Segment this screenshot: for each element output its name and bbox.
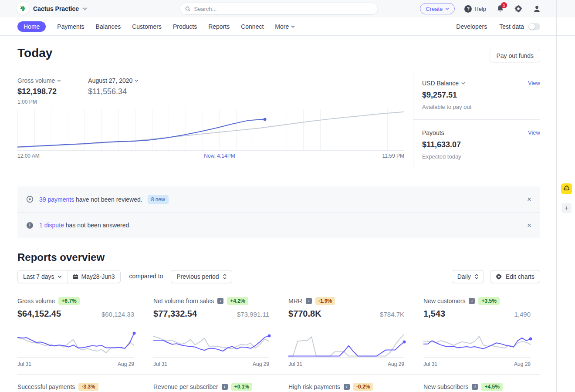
gear-icon bbox=[496, 274, 502, 280]
axis-label-end: 11:59 PM bbox=[382, 153, 404, 159]
chevron-down-icon bbox=[461, 82, 465, 84]
current-point-dot bbox=[268, 334, 271, 337]
payments-review-link[interactable]: 39 payments bbox=[39, 196, 74, 203]
current-point-dot bbox=[264, 118, 267, 121]
interval-select[interactable]: Daily bbox=[452, 270, 484, 283]
change-badge: +4.2% bbox=[227, 297, 248, 305]
metric-card-successful-payments[interactable]: Successful payments -3.3% 5,836 bbox=[17, 375, 144, 392]
chevron-down-icon bbox=[58, 275, 62, 278]
notifications-bell-button[interactable]: 1 bbox=[496, 4, 504, 13]
account-switcher[interactable]: Cactus Practice bbox=[17, 2, 87, 15]
payouts-label: Payouts bbox=[422, 129, 444, 136]
info-icon[interactable]: i bbox=[222, 384, 228, 390]
nav-right: Developers Test data bbox=[456, 23, 540, 30]
card-title: Revenue per subscriber bbox=[153, 383, 218, 390]
card-title: MRR bbox=[288, 297, 302, 304]
top-bar: Cactus Practice Create ? Help 1 bbox=[0, 0, 575, 17]
usd-balance-caption: Available to pay out bbox=[422, 104, 540, 110]
nav-tab-reports[interactable]: Reports bbox=[208, 23, 230, 30]
extension-icon[interactable] bbox=[561, 183, 572, 194]
test-data-toggle[interactable] bbox=[528, 23, 540, 30]
info-icon[interactable]: i bbox=[344, 384, 350, 390]
card-title: High risk payments bbox=[288, 383, 340, 390]
dispute-text: has not been answered. bbox=[64, 222, 131, 229]
card-title: Gross volume bbox=[17, 297, 55, 304]
card-value: $770.8K bbox=[288, 309, 321, 319]
topbar-actions: Create ? Help 1 bbox=[420, 0, 541, 17]
date-range-group: Last 7 days May28-Jun3 bbox=[17, 270, 121, 283]
card-title: Net volume from sales bbox=[153, 297, 214, 304]
close-icon[interactable]: × bbox=[527, 222, 531, 229]
dispute-link[interactable]: 1 dispute bbox=[39, 222, 64, 229]
pay-out-funds-button[interactable]: Pay out funds bbox=[490, 49, 540, 62]
metric-card-mrr[interactable]: MRR i -1.9% $770.8K $784.7K Jul 31Aug 29 bbox=[279, 289, 414, 374]
edit-charts-button[interactable]: Edit charts bbox=[490, 270, 540, 283]
person-icon bbox=[533, 5, 541, 13]
range-preset-button[interactable]: Last 7 days bbox=[18, 270, 67, 283]
gross-volume-selector[interactable]: Gross volume bbox=[17, 77, 61, 84]
stripe-dashboard: Cactus Practice Create ? Help 1 bbox=[0, 0, 575, 392]
comparison-date-selector[interactable]: August 27, 2020 bbox=[88, 77, 139, 84]
developers-link[interactable]: Developers bbox=[456, 23, 487, 30]
search-input[interactable] bbox=[194, 6, 372, 12]
nav-tab-payments[interactable]: Payments bbox=[57, 23, 84, 30]
reports-filters: Last 7 days May28-Jun3 compared to Previ… bbox=[17, 270, 540, 283]
gear-icon bbox=[514, 5, 522, 13]
metric-card-net-volume[interactable]: Net volume from sales i +4.2% $77,332.54… bbox=[144, 289, 279, 374]
info-icon[interactable]: i bbox=[306, 298, 312, 304]
today-title: Today bbox=[17, 46, 540, 60]
card-compare-value: $784.7K bbox=[380, 311, 404, 318]
nav-tab-connect[interactable]: Connect bbox=[241, 23, 264, 30]
nav-tab-customers[interactable]: Customers bbox=[132, 23, 162, 30]
nav-tab-home[interactable]: Home bbox=[17, 21, 46, 32]
settings-button[interactable] bbox=[514, 4, 523, 13]
help-button[interactable]: ? Help bbox=[464, 5, 486, 13]
metric-card-new-subscribers[interactable]: New subscribers i +4.5% 12,286 bbox=[414, 375, 540, 392]
payouts-box: Payouts View $11,633.07 Expected today bbox=[413, 119, 540, 169]
nav-tab-more[interactable]: More bbox=[275, 23, 295, 30]
change-badge: +6.7% bbox=[58, 297, 79, 305]
metric-card-high-risk-payments[interactable]: High risk payments i -0.2% 254 bbox=[279, 375, 414, 392]
sparkline-chart bbox=[423, 330, 531, 358]
alert-icon bbox=[26, 222, 34, 229]
metric-card-new-customers[interactable]: New customers i +3.5% 1,543 1,490 Jul 31… bbox=[414, 289, 540, 374]
profile-button[interactable] bbox=[532, 4, 541, 13]
chevron-down-icon bbox=[291, 25, 295, 28]
gross-volume-stat: Gross volume $12,198.72 1:00 PM bbox=[17, 77, 61, 105]
info-icon[interactable]: i bbox=[469, 298, 475, 304]
metric-card-revenue-per-subscriber[interactable]: Revenue per subscriber i +0.1% $107.56 bbox=[144, 375, 279, 392]
gross-volume-value: $12,198.72 bbox=[17, 87, 61, 96]
compared-to-label: compared to bbox=[129, 273, 163, 280]
updown-icon bbox=[475, 274, 478, 279]
change-badge: +0.1% bbox=[231, 383, 252, 391]
create-button[interactable]: Create bbox=[420, 3, 455, 14]
plus-button[interactable]: + bbox=[561, 203, 572, 213]
info-icon[interactable]: i bbox=[217, 298, 223, 304]
info-icon[interactable]: i bbox=[472, 384, 478, 390]
review-icon bbox=[26, 196, 34, 203]
usd-balance-selector[interactable]: USD Balance bbox=[422, 80, 540, 87]
search-icon bbox=[185, 6, 190, 12]
usd-balance-view-link[interactable]: View bbox=[528, 80, 540, 86]
reports-title: Reports overview bbox=[17, 251, 540, 264]
card-compare-value: 1,490 bbox=[514, 311, 531, 318]
date-range-button[interactable]: May28-Jun3 bbox=[67, 270, 120, 283]
search-bar[interactable] bbox=[179, 3, 378, 15]
nav-tab-balances[interactable]: Balances bbox=[96, 23, 121, 30]
comparison-period-select[interactable]: Previous period bbox=[171, 270, 232, 283]
payouts-view-link[interactable]: View bbox=[528, 129, 540, 136]
card-compare-value: $60,124.33 bbox=[101, 311, 134, 318]
payments-review-notice: 39 payments have not been reviewed. 8 ne… bbox=[17, 186, 540, 212]
change-badge: -3.3% bbox=[78, 383, 98, 391]
toggle-knob bbox=[529, 24, 535, 30]
axis-label-now: Now, 4:14PM bbox=[204, 153, 235, 159]
sparkline-chart bbox=[288, 330, 404, 358]
updown-icon bbox=[223, 274, 227, 279]
axis-label-start: 12:00 AM bbox=[17, 153, 40, 159]
chevron-down-icon bbox=[135, 79, 139, 82]
payments-review-text: have not been reviewed. bbox=[74, 196, 142, 203]
metric-card-gross-volume[interactable]: Gross volume +6.7% $64,152.45 $60,124.33… bbox=[17, 289, 144, 374]
calendar-icon bbox=[73, 274, 78, 280]
nav-tab-products[interactable]: Products bbox=[173, 23, 197, 30]
close-icon[interactable]: × bbox=[527, 196, 531, 203]
